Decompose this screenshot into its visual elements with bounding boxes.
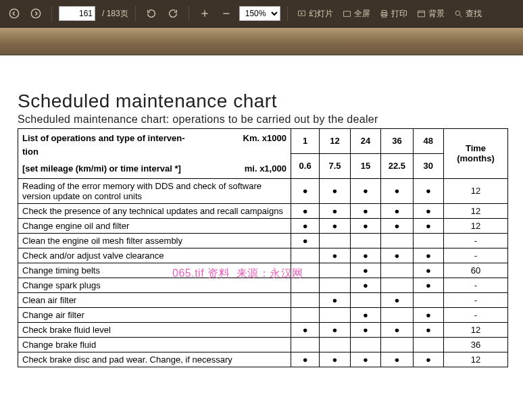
arrow-left-icon (9, 8, 20, 19)
mark-cell: ● (350, 307, 380, 322)
page-title: Scheduled maintenance chart (18, 90, 508, 112)
header-gradient (0, 28, 523, 55)
page-total-label: / 183页 (102, 8, 128, 20)
mark-cell: ● (320, 178, 350, 203)
time-cell: 12 (444, 178, 508, 203)
operation-cell: Check and/or adjust valve clearance (18, 248, 291, 263)
fullscreen-button[interactable]: 全屏 (340, 7, 373, 21)
svg-rect-6 (344, 11, 351, 16)
time-cell: 60 (444, 263, 508, 278)
mark-cell (291, 248, 319, 263)
time-cell: 12 (444, 322, 508, 337)
table-row: Change timing belts●●60 (18, 263, 508, 278)
forward-button[interactable] (27, 5, 45, 22)
mark-cell: ● (381, 203, 413, 218)
time-cell: 12 (444, 218, 508, 233)
mi-col: 22.5 (381, 153, 413, 178)
header-operations: List of operations and type of interven-… (18, 129, 291, 179)
rotate-cw-button[interactable] (164, 5, 182, 22)
background-label: 背景 (428, 8, 445, 20)
operation-cell: Change engine oil and filter (18, 218, 291, 233)
print-button[interactable]: 打印 (377, 7, 410, 21)
mark-cell (320, 278, 350, 292)
mark-cell: ● (320, 218, 350, 233)
zoom-out-button[interactable] (218, 5, 235, 22)
mark-cell (381, 337, 413, 352)
operation-cell: Check brake disc and pad wear. Change, i… (18, 352, 291, 367)
time-cell: - (444, 292, 508, 307)
time-cell: 12 (444, 203, 508, 218)
mark-cell: ● (413, 218, 443, 233)
mark-cell (320, 307, 350, 322)
km-label: Km. x1000 (243, 132, 287, 158)
mark-cell: ● (350, 263, 380, 278)
mark-cell: ● (291, 218, 319, 233)
mark-cell (320, 263, 350, 278)
slideshow-label: 幻灯片 (309, 8, 333, 20)
rotate-ccw-button[interactable] (143, 5, 160, 22)
mark-cell: ● (291, 322, 319, 337)
toolbar-divider (51, 6, 52, 21)
mi-col: 7.5 (320, 153, 350, 178)
table-row: Check brake disc and pad wear. Change, i… (18, 352, 508, 367)
zoom-select[interactable]: 150% (239, 6, 280, 21)
mark-cell: ● (413, 352, 443, 367)
table-row: Change brake fluid36 (18, 337, 508, 352)
operation-cell: Change brake fluid (18, 337, 291, 352)
mark-cell (291, 263, 319, 278)
page-number-input[interactable] (59, 6, 95, 21)
mark-cell: ● (320, 352, 350, 367)
zoom-in-button[interactable] (196, 5, 214, 22)
mark-cell: ● (381, 322, 413, 337)
time-cell: - (444, 233, 508, 248)
mark-cell (350, 337, 380, 352)
table-row: Change spark plugs●●- (18, 278, 508, 292)
mark-cell: ● (413, 203, 443, 218)
mark-cell: ● (381, 292, 413, 307)
pdf-toolbar: / 183页 150% 幻灯片 全屏 打印 背景 查找 (0, 0, 523, 28)
print-icon (380, 9, 389, 18)
table-row: Check brake fluid level●●●●●12 (18, 322, 508, 337)
mi-col: 30 (413, 153, 443, 178)
mark-cell: ● (381, 218, 413, 233)
svg-rect-10 (418, 11, 425, 17)
background-button[interactable]: 背景 (414, 7, 447, 21)
mark-cell (291, 307, 319, 322)
km-col: 48 (413, 129, 443, 154)
mark-cell (320, 337, 350, 352)
find-button[interactable]: 查找 (451, 7, 484, 21)
mark-cell: ● (413, 278, 443, 292)
mark-cell: ● (413, 178, 443, 203)
table-row: Change engine oil and filter●●●●●12 (18, 218, 508, 233)
page-subtitle: Scheduled maintenance chart: operations … (18, 113, 508, 126)
svg-point-12 (455, 11, 460, 16)
operation-cell: Clean air filter (18, 292, 291, 307)
svg-rect-7 (382, 10, 387, 12)
time-header: Time (months) (444, 129, 508, 179)
operation-cell: Reading of the error memory with DDS and… (18, 178, 291, 203)
mark-cell: ● (381, 352, 413, 367)
mark-cell: ● (350, 203, 380, 218)
arrow-right-icon (30, 8, 41, 19)
operation-cell: Check brake fluid level (18, 322, 291, 337)
mark-cell (291, 337, 319, 352)
mark-cell (320, 233, 350, 248)
mark-cell: ● (350, 278, 380, 292)
slideshow-button[interactable]: 幻灯片 (295, 7, 336, 21)
km-col: 12 (320, 129, 350, 154)
background-icon (417, 9, 426, 18)
back-button[interactable] (5, 5, 23, 22)
plus-icon (199, 8, 210, 19)
mark-cell: ● (413, 307, 443, 322)
mark-cell: ● (381, 178, 413, 203)
time-cell: 36 (444, 337, 508, 352)
find-label: 查找 (466, 8, 482, 20)
mark-cell: ● (381, 248, 413, 263)
mark-cell: ● (291, 203, 319, 218)
time-cell: - (444, 307, 508, 322)
operation-cell: Clean the engine oil mesh filter assembl… (18, 233, 291, 248)
mark-cell (350, 233, 380, 248)
mark-cell (381, 307, 413, 322)
operation-cell: Change spark plugs (18, 278, 291, 292)
slideshow-icon (297, 9, 307, 18)
